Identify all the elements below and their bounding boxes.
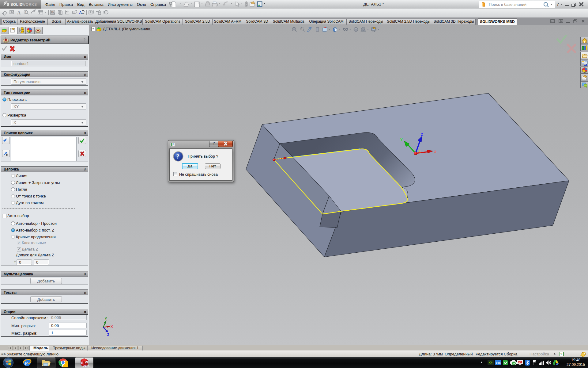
svg-text:1: 1 — [301, 28, 303, 31]
svg-text:Z: Z — [107, 333, 109, 336]
svg-text:?: ? — [560, 352, 563, 356]
svg-text:A: A — [79, 10, 82, 15]
svg-text:?: ? — [557, 2, 559, 7]
svg-text:A: A — [17, 10, 21, 15]
svg-text:box: box — [496, 361, 501, 364]
svg-text:X: X — [111, 325, 113, 328]
svg-text:x: x — [434, 149, 436, 154]
svg-text:?: ? — [176, 153, 180, 160]
svg-text:SC: SC — [518, 361, 522, 363]
svg-text:Z: Z — [421, 132, 423, 137]
svg-text:S SOLID: S SOLID — [7, 2, 23, 7]
svg-text:WORKS: WORKS — [22, 2, 37, 7]
svg-text:W: W — [85, 360, 88, 364]
svg-text:Y: Y — [105, 317, 107, 320]
svg-text:1: 1 — [419, 149, 421, 153]
svg-text:Y: Y — [400, 138, 403, 142]
svg-text:1: 1 — [25, 11, 27, 13]
svg-text:2015: 2015 — [83, 364, 89, 368]
